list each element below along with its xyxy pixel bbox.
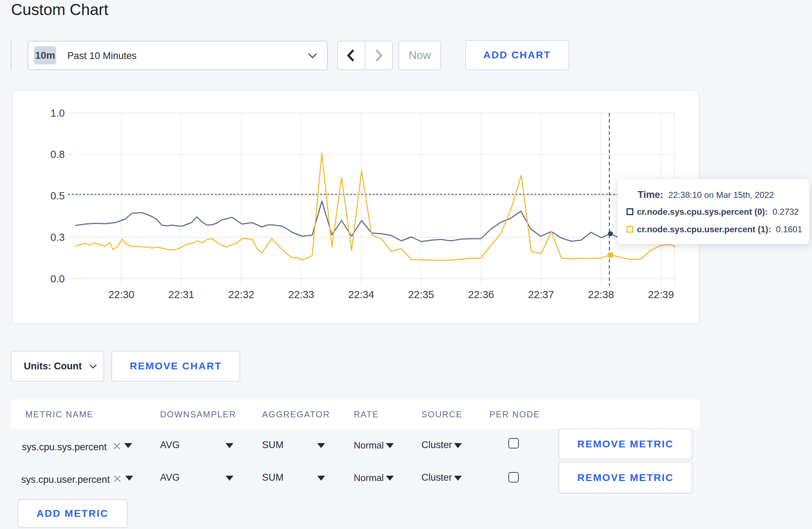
svg-text:22:36: 22:36 bbox=[468, 289, 494, 300]
svg-text:22:35: 22:35 bbox=[408, 289, 434, 300]
svg-text:1.0: 1.0 bbox=[50, 107, 65, 119]
svg-text:0.8: 0.8 bbox=[50, 149, 65, 160]
svg-text:22:32: 22:32 bbox=[228, 289, 255, 300]
svg-text:0.3: 0.3 bbox=[50, 232, 65, 243]
svg-text:22:39: 22:39 bbox=[648, 289, 674, 300]
svg-text:22:38: 22:38 bbox=[588, 289, 614, 300]
svg-text:0.5: 0.5 bbox=[50, 190, 65, 202]
svg-text:0.0: 0.0 bbox=[50, 273, 65, 285]
svg-text:22:34: 22:34 bbox=[348, 289, 374, 300]
svg-text:22:31: 22:31 bbox=[168, 289, 194, 300]
svg-text:22:37: 22:37 bbox=[528, 289, 554, 300]
svg-text:22:30: 22:30 bbox=[108, 289, 135, 300]
svg-text:22:33: 22:33 bbox=[288, 289, 314, 300]
